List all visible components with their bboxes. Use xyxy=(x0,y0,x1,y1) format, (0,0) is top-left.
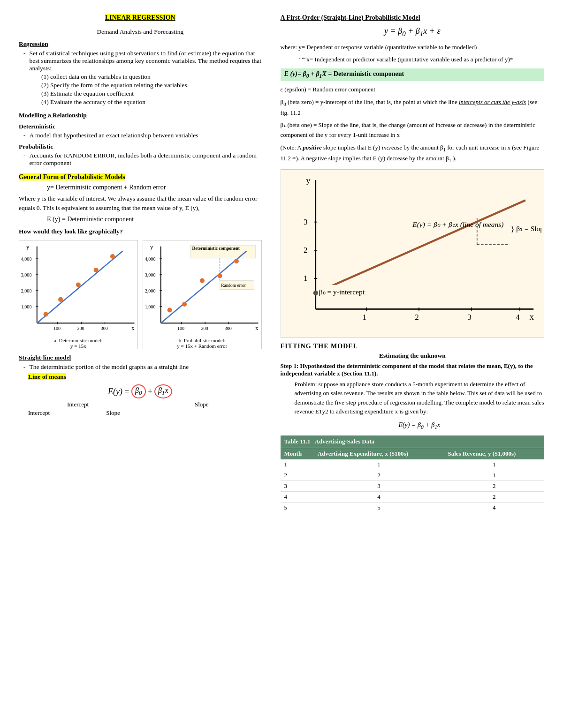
cell-sales-4: 2 xyxy=(444,492,544,503)
col-month: Month xyxy=(281,448,314,460)
step-4: (4) Evaluate the accuracy of the equatio… xyxy=(38,98,262,106)
problem-block: Problem: suppose an appliance store cond… xyxy=(295,380,544,432)
svg-text:1: 1 xyxy=(304,274,308,283)
intercept-slope-row: Intercept Slope xyxy=(19,401,262,408)
dash-icon: - xyxy=(23,50,26,72)
y-desc-text: y= Dependent or response variable (quant… xyxy=(298,44,477,51)
table-body: 1 1 1 2 2 1 3 3 2 4 xyxy=(281,459,544,513)
beta0-text: β0 (beta zero) = y-intercept of the line… xyxy=(281,98,538,116)
cell-month-3: 3 xyxy=(281,481,314,492)
svg-text:100: 100 xyxy=(53,326,61,331)
chart-a-label: a. Deterministic model:y = 15x xyxy=(19,338,137,349)
fitting-title: FITTING THE MODEL xyxy=(281,343,544,350)
cell-month-1: 1 xyxy=(281,459,314,470)
svg-text:x: x xyxy=(529,312,534,322)
first-order-formula-text: y = β0 + β1x + ε xyxy=(384,26,440,36)
cell-adv-2: 2 xyxy=(314,470,444,481)
table-header-group: Table 11.1 Advertising-Sales Data xyxy=(281,435,544,448)
probabilistic-text: Accounts for RANDOM ERROR, includes both… xyxy=(30,152,262,167)
cell-adv-1: 1 xyxy=(314,459,444,470)
probabilistic-heading: Probabilistic xyxy=(19,143,262,150)
chart-a: y x 1,000 2,000 3,000 4,000 100 200 xyxy=(19,240,138,349)
svg-text:4,000: 4,000 xyxy=(145,256,156,261)
table-title-cell: Table 11.1 Advertising-Sales Data xyxy=(281,435,544,448)
svg-text:y: y xyxy=(26,243,30,250)
ey-formula: E (y) = Deterministic component xyxy=(47,216,262,223)
line-of-means-label: Line of means xyxy=(28,373,262,381)
table-row: 5 5 4 xyxy=(281,503,544,513)
slope-group: Slope xyxy=(195,401,209,408)
probabilistic-list: - Accounts for RANDOM ERROR, includes bo… xyxy=(23,152,262,167)
step-1: (1) collect data on the variables in que… xyxy=(38,73,262,81)
chart-b-label: b. Probabilistic model:y = 15x + Random … xyxy=(143,338,261,349)
straight-line-heading: Straight-line model xyxy=(19,354,262,361)
page-title: LINEAR REGRESSION xyxy=(105,14,175,21)
note-text: (Note: A positive slope implies that E (… xyxy=(281,144,540,162)
regression-intro-item: - Set of statistical techniques using pa… xyxy=(23,50,262,72)
beta1-text: β₁ (beta one) = Slope of the line, that … xyxy=(281,121,535,138)
step1-text-content: Step 1: Hypothesized the deterministic c… xyxy=(281,362,533,377)
problem-para: Problem: suppose an appliance store cond… xyxy=(295,380,544,416)
charts-row: y x 1,000 2,000 3,000 4,000 100 200 xyxy=(19,240,262,349)
svg-text:4,000: 4,000 xyxy=(21,256,32,261)
dash-icon2: - xyxy=(23,132,26,139)
line-of-means-text: Line of means xyxy=(28,373,66,380)
svg-text:1,000: 1,000 xyxy=(21,304,32,309)
regression-list: - Set of statistical techniques using pa… xyxy=(23,50,262,72)
table-row: 1 1 1 xyxy=(281,459,544,470)
table-row: 4 4 2 xyxy=(281,492,544,503)
cell-sales-1: 1 xyxy=(444,459,544,470)
svg-text:200: 200 xyxy=(77,326,84,331)
x-desc-text: """x= Independent or predictor variable … xyxy=(299,56,513,63)
where-block: where: y= Dependent or response variable… xyxy=(281,43,544,53)
table-title: Table 11.1 xyxy=(284,438,311,445)
col-sales: Sales Revenue, y ($1,000s) xyxy=(444,448,544,460)
demand-text: Demand Analysis and Forecasting xyxy=(97,28,183,35)
svg-text:x: x xyxy=(255,325,259,331)
general-form-para-text: Where y is the variable of interest. We … xyxy=(19,195,257,211)
svg-text:2,000: 2,000 xyxy=(21,288,32,293)
table-row: 2 2 1 xyxy=(281,470,544,481)
svg-text:} β₁ = Slope: } β₁ = Slope xyxy=(511,224,541,232)
beta0-block: β0 (beta zero) = y-intercept of the line… xyxy=(281,98,544,118)
svg-text:y: y xyxy=(306,175,311,185)
right-graph-svg: y x 1 2 3 1 2 3 4 xyxy=(283,172,541,333)
svg-text:4: 4 xyxy=(516,313,520,322)
right-graph: y x 1 2 3 1 2 3 4 xyxy=(281,169,544,338)
problem-formula: E(y) = β0 + β1x xyxy=(295,420,544,432)
table-subtitle: Advertising-Sales Data xyxy=(315,438,374,445)
beta1-block: β₁ (beta one) = Slope of the line, that … xyxy=(281,120,544,140)
svg-text:100: 100 xyxy=(177,326,184,331)
ey-formula-text: E (y) = Deterministic component xyxy=(47,216,134,223)
svg-text:2: 2 xyxy=(415,313,419,322)
svg-text:E(y) = β₀ + β₁x (line of means: E(y) = β₀ + β₁x (line of means) xyxy=(412,220,503,229)
problem-formula-text: E(y) = β0 + β1x xyxy=(398,421,440,428)
left-column: LINEAR REGRESSION Demand Analysis and Fo… xyxy=(19,14,271,513)
step-3: (3) Estimate the equation coefficient xyxy=(38,90,262,98)
cell-month-2: 2 xyxy=(281,470,314,481)
beta1x-circle: β1x xyxy=(154,384,172,398)
svg-text:300: 300 xyxy=(225,326,232,331)
cell-month-5: 5 xyxy=(281,503,314,513)
x-desc-block: """x= Independent or predictor variable … xyxy=(299,55,544,65)
step1-text: Step 1: Hypothesized the deterministic c… xyxy=(281,362,544,377)
probabilistic-item: - Accounts for RANDOM ERROR, includes bo… xyxy=(23,152,262,167)
regression-heading: Regression xyxy=(19,40,262,48)
regression-intro-text: Set of statistical techniques using past… xyxy=(30,50,262,72)
table-col-headers: Month Advertising Expenditure, x ($100s)… xyxy=(281,448,544,460)
svg-text:Random error: Random error xyxy=(221,283,246,288)
deterministic-heading: Deterministic xyxy=(19,123,262,130)
svg-point-52 xyxy=(200,278,205,283)
beta0-circle: β0 xyxy=(131,384,146,398)
svg-point-20 xyxy=(44,312,48,316)
straight-line-text: The deterministic portion of the model g… xyxy=(30,363,189,371)
graphically-question: How would they look like graphically? xyxy=(19,228,262,235)
straight-line-item: - The deterministic portion of the model… xyxy=(23,363,262,371)
deterministic-list: - A model that hypothesized an exact rel… xyxy=(23,132,262,139)
cell-sales-5: 4 xyxy=(444,503,544,513)
svg-text:1: 1 xyxy=(362,313,366,322)
right-column: A First-Order (Straight-Line) Probabilis… xyxy=(271,14,544,513)
general-form-heading: General Form of Probabilistic Models xyxy=(19,173,125,180)
equals-sign: = xyxy=(124,387,129,397)
note-block: (Note: A positive slope implies that E (… xyxy=(281,143,544,165)
